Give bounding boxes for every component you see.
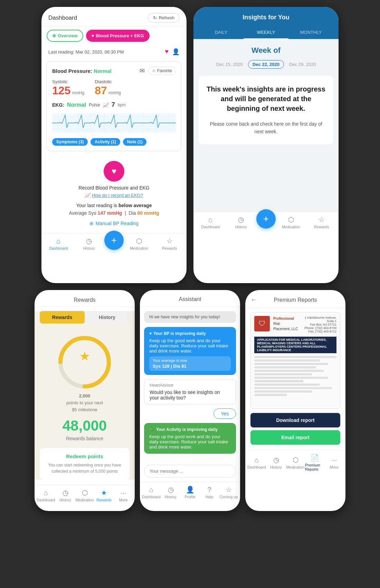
- nav-dashboard-pr[interactable]: ⌂ Dashboard: [247, 456, 266, 469]
- nav-medication-pr[interactable]: ⬡ Medication: [286, 456, 305, 469]
- insights-sub-text: Please come back and check here on the f…: [206, 120, 326, 136]
- nav-dashboard-ins[interactable]: ⌂ Dashboard: [195, 216, 226, 229]
- heart-advisor-card: HeartAdvisor Would you like to see insig…: [144, 379, 236, 404]
- nav-rewards-ins[interactable]: ☆ Rewards: [306, 215, 337, 229]
- clock-icon: ◷: [273, 456, 279, 464]
- nav-rewards-label: Rewards: [162, 246, 177, 250]
- tab-overview[interactable]: ⊕ Overview: [47, 30, 83, 42]
- nav-medication-ins[interactable]: ⬡ Medication: [276, 215, 306, 229]
- avg-display: Your average is now Sys 128 | Dia 81: [149, 356, 231, 371]
- star-icon: ☆: [167, 237, 173, 245]
- tab-bp-ekg[interactable]: ♥ Blood Pressure + EKG: [86, 30, 150, 42]
- clock-icon: ◷: [86, 237, 92, 245]
- diastolic-value: 87: [95, 84, 107, 97]
- heart-advisor-label: HeartAdvisor: [150, 383, 230, 388]
- nav-rewards-rw[interactable]: ★ Rewards: [94, 489, 114, 502]
- symptoms-tag[interactable]: Symptoms (3): [52, 138, 88, 146]
- nav-dashboard-rw[interactable]: ⌂ Dashboard: [36, 489, 56, 502]
- tab-rewards[interactable]: Rewards: [40, 311, 85, 324]
- last-reading-row: Last reading: Mar 02, 2020, 06:30 PM ♥ 👤: [41, 45, 187, 58]
- tab-history[interactable]: History: [85, 311, 130, 324]
- nav-rewards[interactable]: ☆ Rewards: [154, 237, 185, 250]
- yes-button-container: Yes: [144, 408, 236, 419]
- nav-help-ast[interactable]: ? Help: [200, 486, 219, 499]
- week-dec15[interactable]: Dec 15, 2020: [216, 62, 243, 67]
- reading-icons: ♥ 👤: [165, 48, 180, 56]
- message-input[interactable]: [144, 465, 236, 478]
- nav-history-pr[interactable]: ◷ History: [266, 456, 286, 469]
- assistant-bottom-nav: ⌂ Dashboard ◷ History 👤 Profile ? Help ☆…: [140, 482, 240, 502]
- svg-text:★: ★: [79, 349, 90, 363]
- nav-label: Help: [206, 495, 213, 499]
- dashboard-phone: Dashboard ↻ Refresh ⊕ Overview ♥ Blood P…: [41, 7, 187, 283]
- tab-daily[interactable]: DAILY: [199, 26, 244, 39]
- more-icon: ···: [121, 489, 126, 497]
- nav-medication-rw[interactable]: ⬡ Medication: [75, 489, 94, 502]
- refresh-button[interactable]: ↻ Refresh: [148, 13, 180, 22]
- nav-more-pr[interactable]: ··· More: [324, 456, 344, 469]
- heart-icon: ♥: [165, 48, 169, 56]
- report-line-9: [254, 384, 320, 386]
- email-report-button[interactable]: Email report: [250, 430, 340, 445]
- back-arrow[interactable]: ←: [250, 296, 257, 303]
- nav-add-button[interactable]: +: [104, 231, 124, 250]
- week-dec29[interactable]: Dec 29, 2020: [289, 62, 316, 67]
- bp-title: Blood Pressure: Normal: [52, 68, 112, 74]
- nav-history[interactable]: ◷ History: [74, 237, 105, 250]
- add-icon: +: [111, 235, 117, 246]
- nav-label: Premium Reports: [305, 463, 324, 471]
- download-report-button[interactable]: Download report: [250, 413, 340, 427]
- manual-bp-button[interactable]: ⊕ Manual BP Reading: [47, 221, 181, 226]
- nav-coming-ast[interactable]: ☆ Coming up: [219, 485, 238, 499]
- premium-bottom-nav: ⌂ Dashboard ◷ History ⬡ Medication 📄 Pre…: [245, 450, 345, 475]
- nav-dashboard[interactable]: ⌂ Dashboard: [43, 237, 74, 250]
- report-line-1: [254, 356, 336, 358]
- nav-label: History: [270, 465, 282, 469]
- insights-tabs: DAILY WEEKLY MONTHLY: [199, 26, 333, 39]
- rewards-header: Rewards: [35, 290, 135, 307]
- insights-main-text: This week's insights are in progress and…: [206, 84, 326, 113]
- nav-history-rw[interactable]: ◷ History: [56, 489, 75, 502]
- ekg-status: Normal: [67, 102, 86, 108]
- nav-label: Dashboard: [37, 498, 55, 502]
- nav-dashboard-ast[interactable]: ⌂ Dashboard: [142, 486, 161, 499]
- nav-label: Dashboard: [201, 225, 220, 229]
- week-selector: Dec 15, 2020 Dec 22, 2020 Dec 29, 2020: [199, 60, 333, 69]
- report-line-8: [254, 380, 304, 382]
- activity-tag[interactable]: Activity (1): [91, 138, 120, 146]
- tab-weekly[interactable]: WEEKLY: [244, 26, 288, 39]
- chat-bubble-activity: 🏃 Your Activity is improving daily Keep …: [144, 423, 236, 454]
- activity-bubble-header: 🏃 Your Activity is improving daily: [149, 427, 231, 432]
- week-dec22[interactable]: Dec 22, 2020: [248, 60, 284, 69]
- below-avg-text: Your last reading is below average: [47, 203, 181, 208]
- nav-medication[interactable]: ⬡ Medication: [124, 237, 154, 250]
- nav-history-ast[interactable]: ◷ History: [161, 485, 180, 499]
- how-link[interactable]: 📈 How do I record an EKG?: [47, 193, 181, 198]
- bp-readings: Systolic 125 mmHg Diastolic 87 mmHg: [52, 79, 176, 97]
- heart-icon-small: ♥: [149, 331, 152, 336]
- nav-premium-pr[interactable]: 📄 Premium Reports: [305, 454, 324, 471]
- yes-button[interactable]: Yes: [213, 408, 236, 419]
- record-section: ♥ Record Blood Pressure and EKG 📈 How do…: [41, 154, 187, 233]
- rewards-tabs: Rewards History: [40, 311, 130, 324]
- note-tag[interactable]: Note (1): [123, 138, 147, 146]
- favorite-button[interactable]: ☆ Favorite: [148, 67, 176, 75]
- report-logo: 🛡: [254, 316, 270, 331]
- avg-dia-value: 80 mmHg: [137, 210, 159, 216]
- nav-history-ins[interactable]: ◷ History: [226, 215, 257, 229]
- activity-icon: 🏃: [149, 427, 154, 432]
- email-icon[interactable]: ✉: [140, 67, 145, 75]
- assistant-phone: Assistant Hi we have new insights for yo…: [140, 290, 240, 511]
- record-icon[interactable]: ♥: [104, 161, 124, 182]
- record-title: Record Blood Pressure and EKG: [47, 185, 181, 191]
- nav-profile-ast[interactable]: 👤 Profile: [180, 485, 200, 499]
- rewards-bottom-nav: ⌂ Dashboard ◷ History ⬡ Medication ★ Rew…: [35, 485, 135, 505]
- nav-more-rw[interactable]: ··· More: [114, 489, 133, 502]
- balance-label: Rewards balance: [35, 436, 135, 441]
- tab-monthly[interactable]: MONTHLY: [288, 26, 333, 39]
- pulse-icon: 📈: [103, 102, 109, 108]
- clock-icon: ◷: [63, 489, 68, 497]
- pill-icon: ⬡: [82, 489, 88, 497]
- assistant-header: Assistant: [140, 290, 240, 307]
- nav-add-button-ins[interactable]: +: [256, 209, 276, 229]
